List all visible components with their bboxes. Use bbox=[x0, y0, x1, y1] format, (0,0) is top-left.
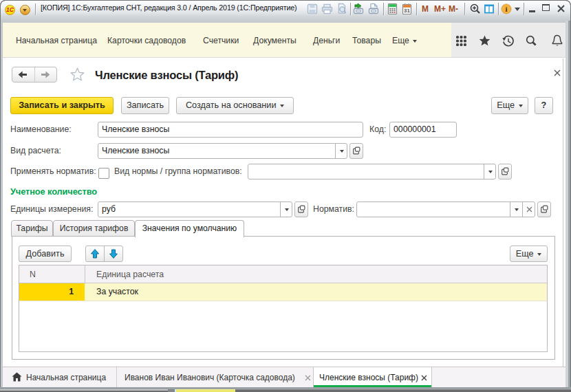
svg-text:31: 31 bbox=[404, 8, 410, 14]
svg-text:i: i bbox=[505, 5, 507, 13]
